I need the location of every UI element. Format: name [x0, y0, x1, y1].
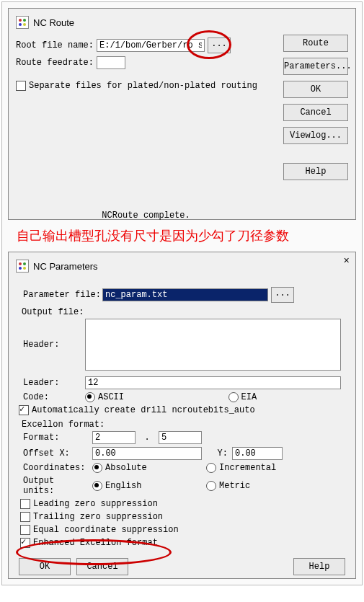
- parameters-button[interactable]: Parameters...: [283, 58, 348, 75]
- code-eia-radio[interactable]: [228, 392, 239, 402]
- coords-absolute-radio[interactable]: [92, 463, 102, 473]
- annotation-text: 自己输出槽型孔没有尺寸是因为少勾了刀径参数: [8, 220, 356, 252]
- parameter-file-label: Parameter file:: [23, 290, 102, 300]
- coords-absolute-label: Absolute: [105, 463, 147, 473]
- ok-button-2[interactable]: OK: [19, 558, 71, 575]
- ok-button[interactable]: OK: [283, 81, 348, 98]
- units-metric-label: Metric: [219, 481, 250, 491]
- output-file-label: Output file:: [22, 307, 348, 317]
- format-label: Format:: [23, 433, 88, 443]
- excellon-format-label: Excellon format:: [22, 420, 348, 430]
- route-button[interactable]: Route: [283, 35, 348, 52]
- coords-incremental-radio[interactable]: [206, 463, 216, 473]
- leader-label: Leader:: [23, 378, 81, 388]
- leading-zero-label: Leading zero suppression: [33, 499, 158, 509]
- units-label: Output units:: [23, 476, 88, 496]
- feedrate-input[interactable]: [97, 56, 125, 69]
- auto-create-label: Automatically create drill ncroutebits_a…: [32, 405, 255, 415]
- units-english-label: English: [105, 481, 141, 491]
- titlebar-2: NC Parameters ×: [16, 257, 348, 278]
- format-a-input[interactable]: [92, 431, 136, 444]
- code-label: Code:: [23, 392, 81, 402]
- app-icon-2: [16, 260, 29, 273]
- titlebar: NC Route: [16, 13, 348, 35]
- enhanced-excellon-checkbox[interactable]: [20, 538, 30, 548]
- viewlog-button[interactable]: Viewlog...: [283, 127, 348, 144]
- browse-button[interactable]: ...: [208, 37, 231, 53]
- offset-x-input[interactable]: [92, 447, 202, 460]
- app-icon: [16, 16, 29, 29]
- parameter-file-input[interactable]: [102, 288, 268, 301]
- cancel-button[interactable]: Cancel: [283, 104, 348, 121]
- cancel-button-2[interactable]: Cancel: [76, 558, 128, 575]
- format-dot: .: [140, 433, 154, 443]
- feedrate-label: Route feedrate:: [16, 58, 94, 68]
- nc-route-dialog: NC Route Root file name: ... Route feedr…: [8, 8, 356, 220]
- leading-zero-checkbox[interactable]: [20, 499, 30, 509]
- nc-parameters-dialog: NC Parameters × Parameter file: ... Outp…: [8, 252, 356, 579]
- trailing-zero-label: Trailing zero suppression: [33, 512, 163, 522]
- root-file-label: Root file name:: [16, 40, 94, 50]
- enhanced-excellon-label: Enhanced Excellon format: [33, 538, 158, 548]
- header-label: Header:: [23, 340, 81, 350]
- offset-y-input[interactable]: [232, 447, 283, 460]
- param-browse-button[interactable]: ...: [271, 287, 294, 303]
- format-b-input[interactable]: [159, 431, 202, 444]
- status-text: NCRoute complete.: [16, 205, 276, 221]
- trailing-zero-checkbox[interactable]: [20, 512, 30, 522]
- units-english-radio[interactable]: [92, 481, 102, 491]
- separate-files-label: Separate files for plated/non-plated rou…: [29, 81, 257, 91]
- root-file-input[interactable]: [97, 39, 205, 52]
- help-button[interactable]: Help: [283, 163, 348, 180]
- equal-coord-label: Equal coordinate suppression: [33, 525, 179, 535]
- code-ascii-label: ASCII: [98, 392, 124, 402]
- offset-x-label: Offset X:: [23, 448, 88, 459]
- leader-input[interactable]: [85, 376, 341, 389]
- offset-y-label: Y:: [206, 448, 228, 459]
- help-button-2[interactable]: Help: [293, 558, 345, 575]
- close-icon[interactable]: ×: [344, 255, 350, 267]
- coordinates-label: Coordinates:: [23, 463, 88, 473]
- equal-coord-checkbox[interactable]: [20, 525, 30, 535]
- separate-files-checkbox[interactable]: [16, 81, 26, 91]
- coords-incremental-label: Incremental: [219, 463, 276, 473]
- code-eia-label: EIA: [241, 392, 257, 402]
- code-ascii-radio[interactable]: [85, 392, 95, 402]
- units-metric-radio[interactable]: [206, 481, 216, 491]
- window-title-2: NC Parameters: [33, 261, 98, 272]
- auto-create-checkbox[interactable]: [19, 405, 29, 415]
- window-title: NC Route: [33, 17, 74, 28]
- header-textarea[interactable]: [85, 319, 341, 371]
